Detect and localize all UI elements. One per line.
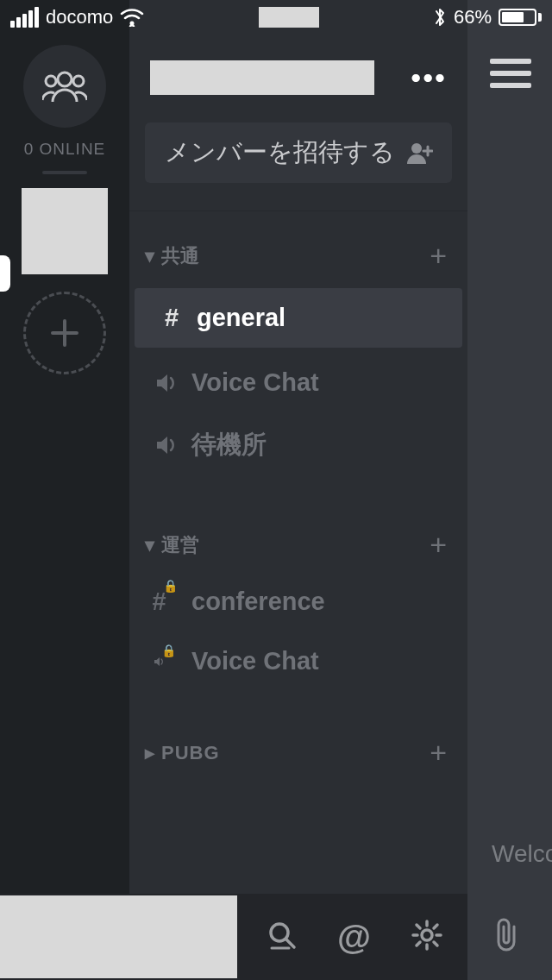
time-redacted [259, 7, 319, 28]
text-channel-general[interactable]: # general [135, 288, 462, 348]
friends-icon [42, 69, 87, 104]
add-channel-button[interactable]: + [430, 528, 447, 562]
invite-members-button[interactable]: メンバーを招待する [145, 122, 452, 183]
mentions-button[interactable]: @ [337, 918, 371, 957]
channel-label: general [197, 304, 285, 332]
channel-label: Voice Chat [191, 368, 319, 397]
add-user-icon [407, 141, 433, 164]
welcome-text: Welco [492, 840, 552, 868]
invite-label: メンバーを招待する [165, 135, 395, 170]
category-label: 運営 [161, 532, 199, 558]
online-count: 0 ONLINE [24, 140, 106, 159]
voice-channel[interactable]: Voice Chat [129, 353, 467, 412]
chevron-down-icon: ▾ [145, 534, 154, 556]
add-server-button[interactable] [23, 292, 106, 374]
battery-icon [499, 9, 542, 26]
channel-list: ▾ 共通 + # general Voice Chat 待機所 ▾ [129, 210, 467, 894]
svg-point-2 [46, 76, 56, 86]
category-label: 共通 [161, 243, 199, 269]
svg-point-0 [130, 22, 135, 26]
voice-channel-locked[interactable]: 🔒 Voice Chat [129, 631, 467, 691]
channel-label: Voice Chat [191, 647, 319, 675]
svg-point-1 [58, 72, 72, 86]
plus-icon [47, 316, 82, 350]
bluetooth-icon [433, 6, 447, 28]
cell-signal-icon [10, 7, 39, 28]
user-info-redacted[interactable] [0, 895, 237, 978]
friends-button[interactable] [23, 45, 106, 128]
category-header[interactable]: ▾ 共通 + [129, 229, 467, 283]
svg-point-6 [422, 930, 432, 940]
paperclip-icon [492, 916, 521, 952]
svg-point-4 [411, 143, 422, 154]
add-channel-button[interactable]: + [430, 239, 447, 273]
category-label: PUBG [161, 742, 220, 764]
server-rail: 0 ONLINE [0, 0, 129, 894]
status-bar: docomo 66% [0, 0, 552, 35]
hash-icon: #🔒 [154, 587, 179, 616]
speaker-icon: 🔒 [154, 652, 179, 671]
server-name-redacted [150, 60, 374, 95]
lock-icon: 🔒 [163, 579, 178, 607]
battery-percent: 66% [454, 6, 492, 28]
lock-icon: 🔒 [161, 644, 176, 663]
menu-button[interactable] [490, 59, 531, 88]
add-channel-button[interactable]: + [430, 736, 447, 770]
category-header[interactable]: ▾ 運営 + [129, 518, 467, 572]
server-header[interactable]: ••• [129, 45, 467, 122]
server-icon[interactable] [22, 188, 108, 274]
hash-icon: # [159, 304, 185, 332]
voice-channel[interactable]: 待機所 [129, 412, 467, 478]
channel-label: 待機所 [191, 428, 267, 462]
server-more-icon[interactable]: ••• [411, 61, 447, 95]
attach-button[interactable] [492, 916, 521, 956]
search-icon [267, 920, 298, 951]
search-button[interactable] [267, 920, 298, 954]
speaker-icon [154, 436, 179, 455]
settings-button[interactable] [411, 919, 443, 955]
channel-panel: ••• メンバーを招待する ▾ 共通 + # general Voice Cha… [129, 0, 467, 894]
wifi-icon [120, 8, 144, 27]
carrier-label: docomo [46, 6, 113, 28]
user-bar: @ [0, 894, 467, 980]
chat-area: Welco [467, 0, 552, 980]
chevron-down-icon: ▾ [145, 245, 154, 267]
svg-point-3 [73, 76, 84, 86]
server-divider [42, 171, 87, 174]
gear-icon [411, 919, 443, 952]
chevron-right-icon: ▸ [145, 742, 154, 764]
category-header[interactable]: ▸ PUBG + [129, 726, 467, 780]
speaker-icon [154, 374, 179, 393]
server-selection-indicator [0, 255, 10, 292]
channel-label: conference [191, 587, 325, 616]
text-channel-locked[interactable]: #🔒 conference [129, 572, 467, 631]
